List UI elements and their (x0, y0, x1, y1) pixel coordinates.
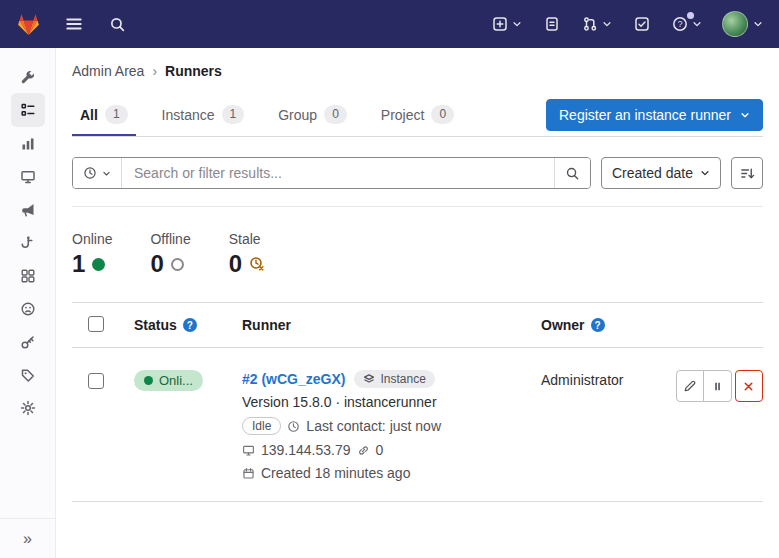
wrench-icon (20, 69, 36, 85)
column-header-runner: Runner (242, 317, 291, 333)
delete-runner-button[interactable] (735, 370, 763, 402)
analytics-chart-icon (20, 136, 36, 152)
search-icon[interactable] (107, 14, 128, 35)
offline-circle-icon (171, 258, 184, 271)
breadcrumb-admin-area[interactable]: Admin Area (72, 63, 144, 79)
tab-group[interactable]: Group 0 (270, 93, 355, 136)
pause-icon (711, 380, 724, 393)
svg-text:?: ? (678, 19, 683, 29)
stat-offline-value: 0 (150, 252, 163, 276)
runner-summary-cell: #2 (wCG_zeGX) Instance Version 15.8.0 · … (242, 370, 541, 481)
search-history-dropdown[interactable] (73, 158, 122, 188)
tab-all-label: All (80, 107, 98, 123)
issues-icon (544, 16, 560, 32)
top-navigation-bar: ? (0, 0, 779, 48)
filter-bar: Created date (72, 157, 763, 189)
todos-button[interactable] (632, 14, 652, 34)
tab-instance-label: Instance (162, 107, 215, 123)
tab-project[interactable]: Project 0 (373, 93, 462, 136)
sidebar-item-abuse-reports[interactable] (11, 292, 45, 325)
topbar-right-group: ? (490, 11, 763, 37)
calendar-icon (242, 467, 255, 480)
hook-icon (20, 235, 36, 251)
row-actions (676, 370, 763, 402)
sidebar-item-settings[interactable] (11, 391, 45, 424)
issues-button[interactable] (542, 14, 562, 34)
runner-type-badge: Instance (354, 370, 434, 388)
sort-direction-button[interactable] (731, 157, 763, 189)
breadcrumb-runners: Runners (165, 63, 222, 79)
runners-table: Status ? Runner Owner ? Onli... (72, 302, 763, 502)
ip-address: 139.144.53.79 (261, 442, 351, 458)
edit-runner-button[interactable] (676, 370, 704, 402)
tab-all-count: 1 (105, 105, 128, 123)
new-menu-button[interactable] (490, 14, 524, 34)
table-header-row: Status ? Runner Owner ? (72, 302, 763, 348)
pause-runner-button[interactable] (703, 370, 731, 402)
sidebar-item-analytics[interactable] (11, 127, 45, 160)
search-input[interactable] (122, 158, 554, 188)
stat-offline-label: Offline (150, 231, 190, 247)
merge-requests-button[interactable] (580, 14, 614, 34)
chevron-down-icon (102, 169, 111, 178)
overview-list-icon (20, 102, 36, 118)
sidebar-item-overview[interactable] (11, 93, 45, 127)
stat-online: Online 1 (72, 231, 112, 276)
owner-cell: Administrator (541, 370, 676, 388)
applications-grid-icon (20, 268, 36, 284)
table-row: Onli... #2 (wCG_zeGX) Instance Version 1… (72, 348, 763, 502)
sidebar-item-messages[interactable] (11, 193, 45, 226)
history-clock-icon (83, 166, 97, 180)
delete-x-icon (742, 380, 755, 393)
chevron-down-icon (692, 19, 702, 29)
status-badge: Onli... (134, 370, 203, 391)
sidebar-item-admin-overview[interactable] (11, 60, 45, 93)
labels-tag-icon (20, 367, 36, 383)
collapse-sidebar-button[interactable]: » (0, 518, 55, 558)
search-submit-button[interactable] (554, 158, 590, 188)
runner-status-stats: Online 1 Offline 0 Stale 0 (72, 231, 763, 276)
tab-instance[interactable]: Instance 1 (154, 93, 253, 136)
status-help-icon[interactable]: ? (183, 318, 197, 332)
runner-link[interactable]: #2 (wCG_zeGX) (242, 371, 345, 387)
stat-offline: Offline 0 (150, 231, 190, 276)
admin-sidebar: » (0, 48, 56, 558)
sidebar-item-applications[interactable] (11, 259, 45, 292)
sidebar-item-labels[interactable] (11, 358, 45, 391)
main-content: Admin Area › Runners All 1 Instance 1 Gr… (56, 48, 779, 558)
select-all-checkbox[interactable] (88, 316, 104, 332)
column-header-owner: Owner (541, 317, 585, 333)
row-checkbox[interactable] (88, 373, 104, 389)
last-contact-text: Last contact: just now (306, 418, 441, 434)
online-dot-icon (92, 258, 105, 271)
notification-dot (687, 12, 694, 19)
megaphone-icon (20, 202, 36, 218)
help-question-icon: ? (672, 16, 688, 32)
tab-all[interactable]: All 1 (72, 93, 136, 136)
merge-request-icon (582, 16, 598, 32)
stat-stale: Stale 0 (229, 231, 265, 276)
column-header-status: Status (134, 317, 177, 333)
tab-group-label: Group (278, 107, 317, 123)
gitlab-logo[interactable] (16, 12, 41, 36)
register-instance-runner-button[interactable]: Register an instance runner (546, 99, 763, 131)
sidebar-item-system-hooks[interactable] (11, 226, 45, 259)
hamburger-menu-icon[interactable] (63, 13, 85, 35)
todos-check-icon (634, 16, 650, 32)
status-badge-label: Onli... (159, 373, 193, 388)
chevron-down-icon (700, 168, 710, 178)
activity-badge: Idle (242, 417, 281, 435)
chevron-down-icon (602, 19, 612, 29)
help-button[interactable]: ? (670, 14, 704, 34)
runner-version-line: Version 15.8.0 · instancerunner (242, 394, 541, 410)
user-menu-button[interactable] (722, 11, 763, 37)
sidebar-item-monitoring[interactable] (11, 160, 45, 193)
sidebar-item-deploy-keys[interactable] (11, 325, 45, 358)
chevron-down-icon (740, 110, 750, 120)
user-avatar (722, 11, 748, 37)
owner-help-icon[interactable]: ? (591, 318, 605, 332)
jobs-count[interactable]: 0 (376, 442, 384, 458)
runner-tabs: All 1 Instance 1 Group 0 Project 0 Regis… (72, 93, 763, 137)
sort-by-dropdown[interactable]: Created date (601, 157, 721, 189)
monitor-icon (20, 169, 36, 185)
